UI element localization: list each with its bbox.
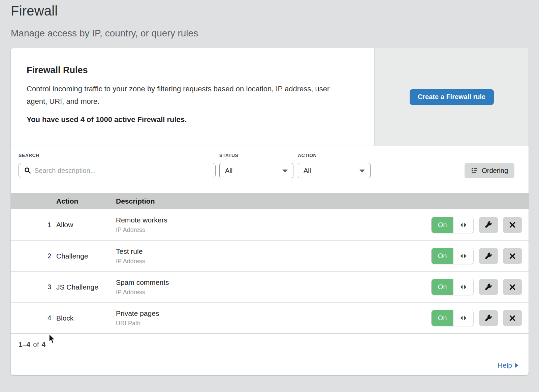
rule-description: Spam comments bbox=[116, 278, 432, 287]
rule-filter-field: IP Address bbox=[116, 227, 432, 234]
card-top-section: Firewall Rules Control incoming traffic … bbox=[11, 48, 529, 146]
search-input[interactable] bbox=[19, 163, 216, 178]
toggle-arrows-icon bbox=[460, 254, 467, 258]
status-select[interactable]: All bbox=[219, 163, 293, 178]
table-row: 4 Block Private pages URI Path On bbox=[11, 302, 529, 333]
rule-priority: 3 bbox=[47, 283, 51, 291]
rule-action: Challenge bbox=[56, 252, 88, 260]
toggle-knob[interactable] bbox=[453, 217, 473, 233]
rule-description: Remote workers bbox=[116, 216, 432, 224]
caret-down-icon bbox=[359, 170, 365, 173]
rule-priority: 4 bbox=[47, 314, 51, 322]
status-select-value: All bbox=[225, 167, 232, 175]
table-body: 1 Allow Remote workers IP Address On bbox=[11, 209, 529, 333]
action-select[interactable]: All bbox=[298, 163, 371, 178]
rule-description-cell: Test rule IP Address bbox=[116, 247, 432, 265]
rule-priority: 2 bbox=[47, 252, 51, 260]
toggle-knob[interactable] bbox=[453, 279, 473, 295]
table-row: 3 JS Challenge Spam comments IP Address … bbox=[11, 271, 529, 302]
rule-priority-cell: 4 bbox=[11, 314, 51, 322]
pagination-range: 1–4 bbox=[19, 340, 30, 349]
close-icon bbox=[509, 283, 516, 291]
edit-rule-button[interactable] bbox=[479, 217, 498, 233]
toggle-on-label: On bbox=[432, 248, 453, 264]
help-link-label: Help bbox=[498, 361, 512, 369]
rule-priority-cell: 1 bbox=[11, 221, 51, 229]
rule-action: Allow bbox=[56, 221, 73, 229]
table-header: Action Description bbox=[11, 193, 529, 209]
rule-action-cell: JS Challenge bbox=[51, 283, 116, 291]
wrench-icon bbox=[484, 314, 493, 322]
toggle-on-label: On bbox=[432, 279, 453, 295]
toggle-on-label: On bbox=[432, 310, 453, 326]
rule-controls: On bbox=[432, 279, 522, 295]
rule-action-cell: Challenge bbox=[51, 252, 116, 260]
toggle-arrows-icon bbox=[460, 285, 467, 289]
filters-bar: SEARCH STATUS All ACTION All bbox=[11, 146, 529, 193]
action-column-header: Action bbox=[51, 197, 116, 205]
rule-enabled-toggle[interactable]: On bbox=[432, 310, 473, 326]
ordering-icon bbox=[471, 167, 478, 174]
page-header: Firewall Manage access by IP, country, o… bbox=[0, 0, 539, 39]
rule-priority-cell: 2 bbox=[11, 252, 51, 260]
create-rule-panel: Create a Firewall rule bbox=[374, 48, 529, 146]
rule-enabled-toggle[interactable]: On bbox=[432, 279, 473, 295]
action-label: ACTION bbox=[298, 153, 317, 158]
rules-description: Control incoming traffic to your zone by… bbox=[27, 83, 350, 108]
search-label: SEARCH bbox=[19, 153, 39, 158]
table-row: 2 Challenge Test rule IP Address On bbox=[11, 240, 529, 271]
rule-filter-field: URI Path bbox=[116, 320, 432, 327]
rule-description-cell: Remote workers IP Address bbox=[116, 216, 432, 234]
delete-rule-button[interactable] bbox=[503, 217, 522, 233]
table-row: 1 Allow Remote workers IP Address On bbox=[11, 209, 529, 240]
rule-action-cell: Block bbox=[51, 314, 116, 322]
pagination-separator: of bbox=[33, 340, 39, 349]
page-title: Firewall bbox=[11, 3, 539, 19]
rule-priority: 1 bbox=[47, 221, 51, 229]
rule-controls: On bbox=[432, 248, 522, 264]
delete-rule-button[interactable] bbox=[503, 279, 522, 295]
rule-enabled-toggle[interactable]: On bbox=[432, 217, 473, 233]
ordering-button-label: Ordering bbox=[482, 167, 508, 175]
description-column-header: Description bbox=[116, 197, 529, 205]
rule-action: Block bbox=[56, 314, 73, 322]
rule-description: Private pages bbox=[116, 309, 432, 318]
delete-rule-button[interactable] bbox=[503, 248, 522, 264]
edit-rule-button[interactable] bbox=[479, 310, 498, 326]
rule-priority-cell: 3 bbox=[11, 283, 51, 291]
pagination-total: 4 bbox=[42, 340, 46, 349]
edit-rule-button[interactable] bbox=[479, 279, 498, 295]
help-link[interactable]: Help bbox=[498, 361, 518, 369]
close-icon bbox=[509, 221, 516, 229]
edit-rule-button[interactable] bbox=[479, 248, 498, 264]
toggle-on-label: On bbox=[432, 217, 453, 233]
rules-usage-note: You have used 4 of 1000 active Firewall … bbox=[27, 115, 361, 124]
wrench-icon bbox=[484, 221, 493, 229]
search-field-wrap bbox=[19, 163, 216, 178]
create-firewall-rule-button[interactable]: Create a Firewall rule bbox=[410, 89, 494, 105]
ordering-button[interactable]: Ordering bbox=[465, 163, 514, 178]
help-row: Help bbox=[11, 355, 529, 375]
toggle-knob[interactable] bbox=[453, 248, 473, 264]
toggle-arrows-icon bbox=[460, 316, 467, 320]
help-arrow-icon bbox=[515, 363, 518, 368]
action-select-value: All bbox=[304, 167, 311, 175]
page-subtitle: Manage access by IP, country, or query r… bbox=[11, 28, 539, 39]
pagination: 1–4 of 4 bbox=[11, 333, 529, 355]
rule-description-cell: Private pages URI Path bbox=[116, 309, 432, 327]
delete-rule-button[interactable] bbox=[503, 310, 522, 326]
rule-filter-field: IP Address bbox=[116, 289, 432, 296]
wrench-icon bbox=[484, 252, 493, 260]
caret-down-icon bbox=[282, 170, 288, 173]
close-icon bbox=[509, 314, 516, 322]
rule-enabled-toggle[interactable]: On bbox=[432, 248, 473, 264]
wrench-icon bbox=[484, 283, 493, 291]
search-icon bbox=[24, 167, 31, 174]
rule-description: Test rule bbox=[116, 247, 432, 255]
rule-description-cell: Spam comments IP Address bbox=[116, 278, 432, 296]
rules-heading: Firewall Rules bbox=[27, 65, 361, 76]
rules-intro: Firewall Rules Control incoming traffic … bbox=[11, 48, 374, 146]
toggle-arrows-icon bbox=[460, 223, 467, 227]
rule-controls: On bbox=[432, 310, 522, 326]
toggle-knob[interactable] bbox=[453, 310, 473, 326]
